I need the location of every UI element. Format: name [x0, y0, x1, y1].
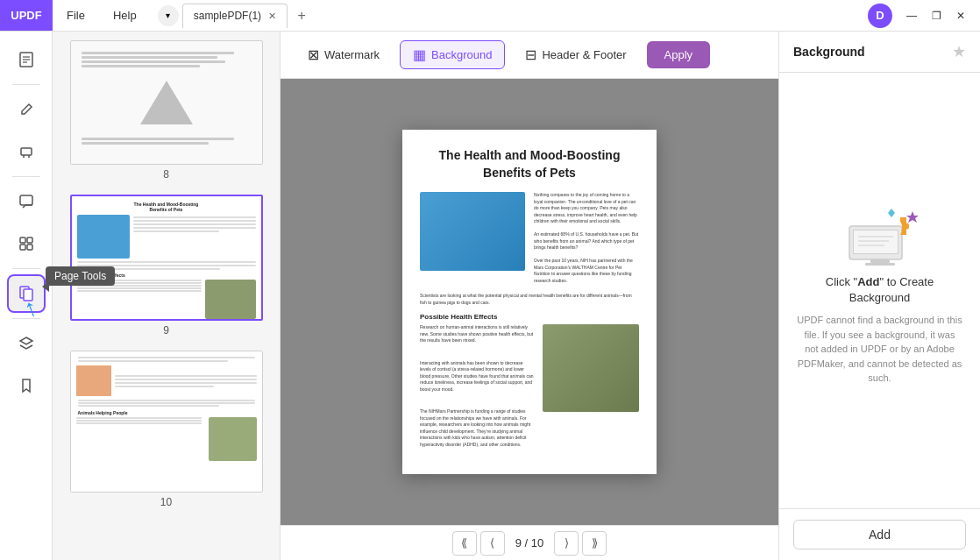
thumb-label-8: 8 — [163, 168, 169, 181]
next-page-button[interactable]: ⟩ — [554, 531, 579, 556]
tab-bar: ▾ samplePDF(1) ✕ + — [158, 0, 868, 31]
content-area: ⊠ Watermark ▦ Background ⊟ Header & Foot… — [281, 32, 778, 560]
prev-page-button[interactable]: ⟨ — [480, 531, 505, 556]
pdf-pet-img-1 — [420, 192, 525, 271]
svg-rect-11 — [27, 245, 32, 250]
empty-state-body: UPDF cannot find a background in this fi… — [797, 313, 962, 386]
empty-illustration — [832, 195, 928, 274]
pdf-viewer: The Health and Mood-Boosting Benefits of… — [281, 79, 778, 525]
svg-rect-4 — [21, 148, 32, 155]
header-footer-button[interactable]: ⊟ Header & Footer — [512, 40, 639, 69]
sidebar-divider-1 — [12, 84, 40, 85]
page-tools-tooltip: Page Tools — [46, 266, 115, 286]
thumbnail-panel[interactable]: 8 The Health and Mood-BoostingBenefits o… — [53, 32, 281, 560]
header-footer-icon: ⊟ — [525, 46, 536, 63]
right-panel-header: Background ★ — [779, 32, 980, 73]
edit-icon-btn[interactable] — [7, 90, 46, 129]
window-controls: D — ❐ ✕ — [868, 4, 980, 28]
pdf-col-2: Research on human-animal interactions is… — [420, 324, 639, 448]
svg-rect-8 — [20, 237, 25, 243]
thumb-img-8[interactable] — [70, 40, 263, 165]
organize-icon-btn[interactable] — [7, 224, 46, 263]
add-tab-button[interactable]: + — [289, 4, 314, 28]
minimize-button[interactable]: — — [899, 4, 924, 28]
pdf-text-2: Research on human-animal interactions is… — [420, 324, 534, 448]
svg-rect-10 — [20, 245, 25, 250]
user-avatar[interactable]: D — [868, 4, 892, 28]
thumb-img-10[interactable]: Animals Helping People — [70, 351, 263, 493]
highlight-icon-btn[interactable] — [7, 132, 46, 171]
pdf-text-1: Nothing compares to the joy of coming ho… — [534, 192, 639, 284]
last-page-button[interactable]: ⟫ — [582, 531, 607, 556]
pdf-col-1: Nothing compares to the joy of coming ho… — [420, 192, 639, 284]
background-icon: ▦ — [413, 46, 426, 63]
close-button[interactable]: ✕ — [948, 4, 973, 28]
thumb-img-9[interactable]: The Health and Mood-BoostingBenefits of … — [70, 195, 263, 321]
svg-rect-16 — [870, 259, 890, 263]
restore-button[interactable]: ❐ — [924, 4, 948, 28]
apply-button[interactable]: Apply — [647, 41, 711, 68]
toolbar: ⊠ Watermark ▦ Background ⊟ Header & Foot… — [281, 32, 778, 79]
add-background-button[interactable]: Add — [793, 520, 966, 549]
svg-rect-18 — [854, 230, 898, 253]
right-panel-title: Background — [793, 45, 865, 59]
pdf-pet-img-2 — [543, 324, 639, 412]
tab-dropdown[interactable]: ▾ — [158, 5, 179, 26]
watermark-button[interactable]: ⊠ Watermark — [295, 40, 393, 69]
pdf-title: The Health and Mood-Boosting Benefits of… — [420, 147, 639, 181]
first-page-button[interactable]: ⟪ — [452, 531, 477, 556]
tab-samplepdf[interactable]: samplePDF(1) ✕ — [182, 4, 288, 28]
main-area: Page Tools ↑ — [0, 32, 980, 560]
menu-bar: File Help — [53, 0, 151, 31]
pages-icon-btn[interactable] — [7, 40, 46, 79]
page-info: 9 / 10 — [508, 536, 551, 549]
thumb-label-9: 9 — [163, 324, 169, 337]
bookmark-icon-btn[interactable] — [7, 366, 46, 405]
favorite-star-button[interactable]: ★ — [952, 42, 966, 61]
menu-help[interactable]: Help — [99, 0, 151, 31]
right-panel-body: Click "Add" to Create Background UPDF ca… — [779, 73, 980, 508]
sidebar-divider-2 — [12, 176, 40, 177]
svg-rect-17 — [865, 263, 895, 266]
svg-rect-7 — [20, 195, 32, 205]
pagination: ⟪ ⟨ 9 / 10 ⟩ ⟫ — [281, 525, 778, 560]
sidebar-divider-3 — [12, 268, 40, 269]
pdf-scientists-text: Scientists are looking at what the poten… — [420, 293, 639, 306]
comment-icon-btn[interactable] — [7, 182, 46, 221]
watermark-icon: ⊠ — [308, 46, 319, 63]
pdf-page: The Health and Mood-Boosting Benefits of… — [402, 130, 657, 474]
right-panel: Background ★ — [778, 32, 980, 560]
thumbnail-page-8[interactable]: 8 — [61, 40, 271, 181]
thumbnail-page-10[interactable]: Animals Helping People 10 — [61, 351, 271, 508]
svg-rect-9 — [27, 237, 32, 243]
layers-icon-btn[interactable] — [7, 324, 46, 363]
pdf-section-title: Possible Health Effects — [420, 313, 639, 321]
background-button[interactable]: ▦ Background — [400, 40, 505, 69]
tab-close[interactable]: ✕ — [268, 11, 276, 22]
app-logo: UPDF — [0, 0, 53, 31]
thumbnail-page-9[interactable]: The Health and Mood-BoostingBenefits of … — [61, 195, 271, 337]
right-panel-footer: Add — [779, 508, 980, 560]
thumb-label-10: 10 — [160, 496, 172, 508]
empty-state-title: Click "Add" to Create Background — [797, 274, 962, 306]
icon-sidebar: Page Tools ↑ — [0, 32, 53, 560]
titlebar: UPDF File Help ▾ samplePDF(1) ✕ + D — ❐ … — [0, 0, 980, 32]
menu-file[interactable]: File — [53, 0, 99, 31]
